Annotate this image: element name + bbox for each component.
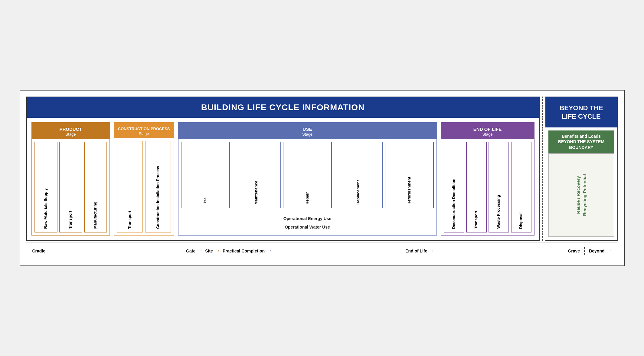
grave-label: Grave [568,249,580,253]
product-label: PRODUCT [34,127,107,132]
use-item-1: Use [203,197,208,205]
practical-completion-arrow: → [266,248,272,254]
construction-label: CONSTRUCTION PROCESS [117,127,171,131]
end-of-life-arrow: → [429,248,434,254]
list-item: Deconstruction Demolition [444,142,464,232]
construction-stage: CONSTRUCTION PROCESS Stage Transport Con… [114,122,174,236]
eol-item-2: Transport [474,211,479,229]
list-item: Transport [117,141,143,232]
eol-stage: END OF LIFE Stage Deconstruction Demolit… [441,122,534,236]
list-item: Waste Processing [489,142,509,232]
use-item-3: Repair [305,192,310,204]
dashed-divider-wrapper [540,97,545,241]
gate-label: Gate [186,249,195,253]
footer-beyond: Beyond → [589,248,612,254]
footer-grave: Grave [568,249,580,253]
list-item: Disposal [511,142,531,232]
list-item: Repair [283,142,332,208]
eol-sublabel: Stage [444,132,531,137]
construction-header: CONSTRUCTION PROCESS Stage [114,123,174,138]
footer-practical-completion: Practical Completion → [223,248,272,254]
footer-site: Site → [205,248,220,254]
construction-item-2: Construction-Installation Process [155,166,161,229]
cradle-label: Cradle [32,249,46,253]
eol-items: Deconstruction Demolition Transport Wast… [441,139,534,235]
end-of-life-label: End of Life [405,249,427,253]
product-item-3: Manufacturing [93,202,98,229]
main-title: BUILDING LIFE CYCLE INFORMATION [27,97,539,118]
use-item-5: Refurbishment [407,177,412,205]
life-cycle-section: BUILDING LIFE CYCLE INFORMATION PRODUCT … [26,97,540,241]
use-item-2: Maintenance [254,181,259,205]
product-header: PRODUCT Stage [32,123,110,139]
beyond-content: Benefits and Loads BEYOND THE SYSTEM BOU… [545,127,617,240]
list-item: Raw Materials Supply [34,142,57,232]
use-sublabel: Stage [181,132,434,137]
list-item: Transport [59,142,82,232]
use-items: Use Maintenance Repair Replacement [178,139,436,211]
use-label: USE [181,127,434,132]
site-label: Site [205,249,213,253]
product-item-2: Transport [68,211,73,229]
beyond-arrow: → [606,248,612,254]
eol-header: END OF LIFE Stage [441,123,534,139]
footer-cradle: Cradle → [32,248,53,254]
list-item: Refurbishment [385,142,434,208]
eol-item-3: Waste Processing [496,195,501,229]
beyond-section: BEYOND THE LIFE CYCLE Benefits and Loads… [545,97,618,241]
beyond-inner-box: Reuse / Recovery Recycling Potential [548,153,614,237]
construction-items: Transport Construction-Installation Proc… [114,138,174,235]
practical-completion-label: Practical Completion [223,249,265,253]
stages-row: PRODUCT Stage Raw Materials Supply Trans… [27,118,539,240]
use-item-4: Replacement [356,180,361,205]
footer-dashed-divider [584,247,585,255]
beyond-green-header: Benefits and Loads BEYOND THE SYSTEM BOU… [548,130,614,153]
list-item: Maintenance [232,142,281,208]
list-item: Replacement [334,142,383,208]
product-stage: PRODUCT Stage Raw Materials Supply Trans… [31,122,110,236]
product-sublabel: Stage [34,132,107,137]
product-items: Raw Materials Supply Transport Manufactu… [32,139,110,235]
operational-water: Operational Water Use [183,223,432,231]
list-item: Manufacturing [84,142,107,232]
site-arrow: → [215,248,220,254]
use-header: USE Stage [178,123,436,139]
eol-item-1: Deconstruction Demolition [451,179,456,229]
gate-arrow: → [197,248,203,254]
eol-item-4: Disposal [518,213,524,229]
cradle-arrow: → [47,248,53,254]
use-extra: Operational Energy Use Operational Water… [178,211,436,235]
operational-energy: Operational Energy Use [183,214,432,223]
list-item: Construction-Installation Process [145,141,171,232]
beyond-footer-label: Beyond [589,249,604,253]
dashed-divider [542,97,543,241]
beyond-title: BEYOND THE LIFE CYCLE [545,97,617,127]
footer-end-of-life: End of Life → [405,248,434,254]
beyond-inner-text: Reuse / Recovery Recycling Potential [575,174,588,216]
product-item-1: Raw Materials Supply [43,188,48,229]
eol-label: END OF LIFE [444,127,531,132]
outer-container: BUILDING LIFE CYCLE INFORMATION PRODUCT … [20,90,625,266]
list-item: Use [181,142,230,208]
footer: Cradle → Gate → Site → Practical Complet… [26,242,618,259]
list-item: Transport [466,142,487,232]
construction-item-1: Transport [127,211,132,229]
footer-gate: Gate → [186,248,203,254]
construction-sublabel: Stage [117,131,171,136]
beyond-header-text: Benefits and Loads BEYOND THE SYSTEM BOU… [558,134,604,150]
use-stage: USE Stage Use Maintenance Repair [178,122,437,236]
